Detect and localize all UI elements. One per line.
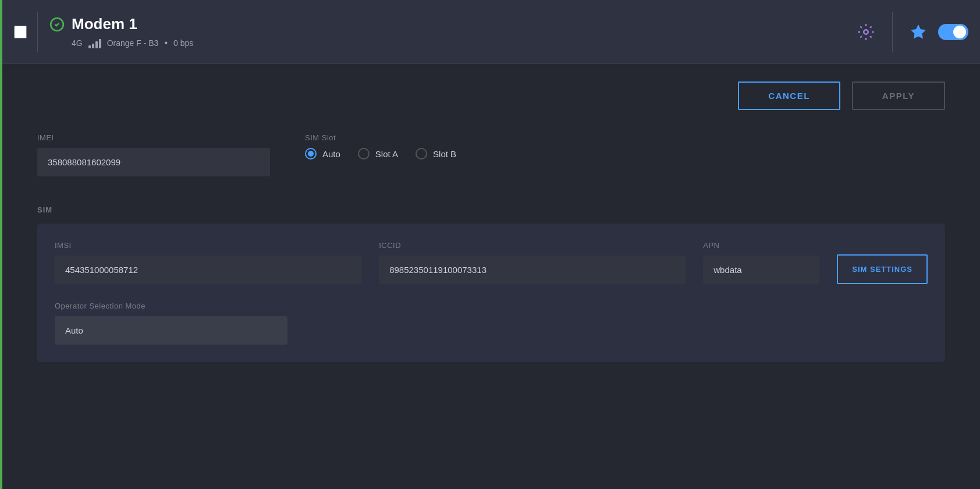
apn-label: APN xyxy=(703,241,819,250)
sim-slot-auto-label: Auto xyxy=(322,149,340,159)
imsi-label: IMSI xyxy=(55,241,361,250)
svg-point-1 xyxy=(864,30,868,34)
iccid-input[interactable] xyxy=(379,256,686,284)
header-subtitle: 4G Orange F - B3 • 0 bps xyxy=(72,38,857,48)
speed-value: 0 bps xyxy=(173,38,193,48)
sim-slot-a-option[interactable]: Slot A xyxy=(358,148,398,160)
sim-slot-radio-group: Auto Slot A Slot B xyxy=(305,148,945,160)
power-toggle[interactable] xyxy=(938,24,968,40)
gear-icon[interactable] xyxy=(857,23,875,41)
apply-button[interactable]: APPLY xyxy=(852,82,945,110)
modem-checkbox[interactable] xyxy=(14,26,27,38)
header-title-row: Modem 1 xyxy=(49,15,857,33)
iccid-field: ICCID xyxy=(379,241,686,284)
imei-section: IMEI xyxy=(37,133,270,176)
svg-marker-2 xyxy=(911,25,925,38)
action-bar: CANCEL APPLY xyxy=(37,82,945,110)
main-content: CANCEL APPLY IMEI SIM Slot Auto xyxy=(2,64,980,489)
sim-slot-b-label: Slot B xyxy=(433,149,456,159)
sim-slot-section: SIM Slot Auto Slot A Slot B xyxy=(305,133,945,160)
imsi-field: IMSI xyxy=(55,241,361,284)
imei-label: IMEI xyxy=(37,133,270,142)
cancel-button[interactable]: CANCEL xyxy=(738,82,840,110)
apn-input[interactable] xyxy=(703,256,819,284)
sim-slot-label: SIM Slot xyxy=(305,133,945,142)
app-container: Modem 1 4G Orange F - B3 • 0 bps xyxy=(0,0,980,489)
imei-sim-row: IMEI SIM Slot Auto Slot A xyxy=(37,133,945,176)
dot-separator: • xyxy=(164,38,168,48)
sim-slot-b-radio[interactable] xyxy=(416,148,427,160)
header-actions xyxy=(857,12,968,52)
sim-settings-button[interactable]: SIM SETTINGS xyxy=(837,254,928,284)
sim-fields-row: IMSI ICCID APN SIM SETTINGS xyxy=(55,241,928,284)
operator-selection-section: Operator Selection Mode xyxy=(55,302,928,345)
star-icon[interactable] xyxy=(910,24,926,40)
header-bar: Modem 1 4G Orange F - B3 • 0 bps xyxy=(2,0,980,64)
sim-section-label: SIM xyxy=(37,205,945,214)
sim-slot-a-label: Slot A xyxy=(375,149,398,159)
network-type: 4G xyxy=(72,38,83,48)
sim-slot-b-option[interactable]: Slot B xyxy=(416,148,456,160)
header-divider-left xyxy=(37,12,38,52)
toggle-thumb xyxy=(953,26,966,38)
operator-selection-input[interactable] xyxy=(55,316,287,345)
header-info: Modem 1 4G Orange F - B3 • 0 bps xyxy=(49,15,857,48)
sim-section-card: IMSI ICCID APN SIM SETTINGS Operator Sel… xyxy=(37,224,945,362)
signal-bars-icon xyxy=(88,38,101,48)
header-divider-right xyxy=(892,12,893,52)
sim-slot-a-radio[interactable] xyxy=(358,148,370,160)
modem-title: Modem 1 xyxy=(72,15,137,33)
sim-slot-auto-radio[interactable] xyxy=(305,148,317,160)
imsi-input[interactable] xyxy=(55,256,361,284)
status-check-icon xyxy=(49,17,65,32)
operator-selection-label: Operator Selection Mode xyxy=(55,302,928,310)
sim-slot-auto-option[interactable]: Auto xyxy=(305,148,340,160)
imei-input[interactable] xyxy=(37,148,270,176)
apn-field: APN xyxy=(703,241,819,284)
carrier-name: Orange F - B3 xyxy=(107,38,159,48)
iccid-label: ICCID xyxy=(379,241,686,250)
